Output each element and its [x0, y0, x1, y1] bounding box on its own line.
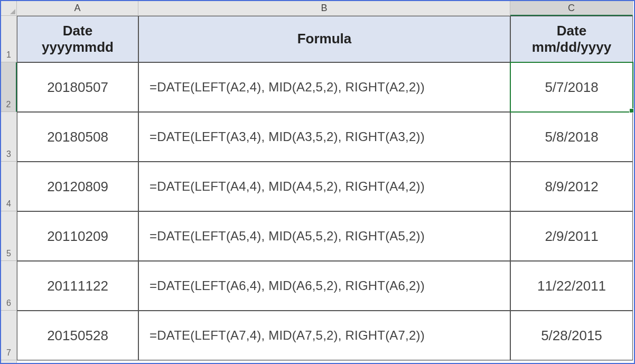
- cell-B6[interactable]: =DATE(LEFT(A6,4), MID(A6,5,2), RIGHT(A6,…: [138, 261, 510, 311]
- cell-B3[interactable]: =DATE(LEFT(A3,4), MID(A3,5,2), RIGHT(A3,…: [138, 112, 510, 162]
- cell-A7[interactable]: 20150528: [17, 311, 138, 360]
- spreadsheet-frame: A B C 1 Date yyyymmdd Formula Date mm/dd…: [0, 0, 635, 364]
- row-header-3[interactable]: 3: [1, 112, 17, 162]
- row-header-6[interactable]: 6: [1, 261, 17, 311]
- header-cell-B1[interactable]: Formula: [138, 16, 510, 62]
- cell-C7[interactable]: 5/28/2015: [510, 311, 633, 360]
- row-header-2[interactable]: 2: [1, 62, 17, 112]
- cell-C5[interactable]: 2/9/2011: [510, 211, 633, 261]
- cell-C2[interactable]: 5/7/2018: [510, 62, 633, 112]
- column-header-B[interactable]: B: [138, 1, 510, 16]
- column-header-A[interactable]: A: [17, 1, 138, 16]
- cell-C4[interactable]: 8/9/2012: [510, 162, 633, 211]
- cell-B2[interactable]: =DATE(LEFT(A2,4), MID(A2,5,2), RIGHT(A2,…: [138, 62, 510, 112]
- row-header-8[interactable]: [1, 360, 17, 364]
- spreadsheet-grid: A B C 1 Date yyyymmdd Formula Date mm/dd…: [1, 1, 634, 364]
- select-all-corner[interactable]: [1, 1, 17, 16]
- cell-B4[interactable]: =DATE(LEFT(A4,4), MID(A4,5,2), RIGHT(A4,…: [138, 162, 510, 211]
- row-header-1[interactable]: 1: [1, 16, 17, 62]
- header-cell-A1[interactable]: Date yyyymmdd: [17, 16, 138, 62]
- cell-B7[interactable]: =DATE(LEFT(A7,4), MID(A7,5,2), RIGHT(A7,…: [138, 311, 510, 360]
- cell-B5[interactable]: =DATE(LEFT(A5,4), MID(A5,5,2), RIGHT(A5,…: [138, 211, 510, 261]
- cell-C3[interactable]: 5/8/2018: [510, 112, 633, 162]
- row-header-7[interactable]: 7: [1, 311, 17, 360]
- column-header-C[interactable]: C: [510, 1, 633, 16]
- row-header-5[interactable]: 5: [1, 211, 17, 261]
- bottom-gutter: [17, 360, 633, 364]
- cell-A4[interactable]: 20120809: [17, 162, 138, 211]
- header-cell-C1[interactable]: Date mm/dd/yyyy: [510, 16, 633, 62]
- cell-A6[interactable]: 20111122: [17, 261, 138, 311]
- row-header-4[interactable]: 4: [1, 162, 17, 211]
- cell-A5[interactable]: 20110209: [17, 211, 138, 261]
- cell-C6[interactable]: 11/22/2011: [510, 261, 633, 311]
- cell-A3[interactable]: 20180508: [17, 112, 138, 162]
- cell-A2[interactable]: 20180507: [17, 62, 138, 112]
